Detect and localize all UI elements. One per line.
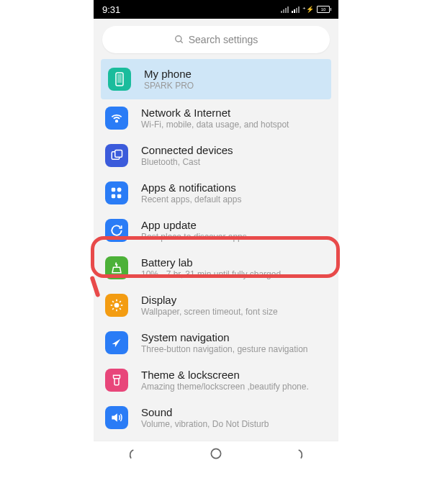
item-title: Apps & notifications bbox=[141, 181, 327, 194]
display-icon bbox=[105, 294, 128, 317]
phone-screen: 9:31 ⁺⚡ 10 Search settings My phone SPAR… bbox=[94, 0, 338, 465]
settings-item-navigation[interactable]: System navigation Three-button navigatio… bbox=[96, 324, 336, 361]
settings-item-network[interactable]: Network & Internet Wi-Fi, mobile, data u… bbox=[96, 99, 336, 137]
settings-item-update[interactable]: App update Best place to discover apps bbox=[96, 212, 336, 249]
battery-icon: 10 bbox=[317, 6, 330, 13]
item-title: App update bbox=[141, 219, 327, 231]
svg-rect-6 bbox=[115, 150, 122, 158]
status-time: 9:31 bbox=[102, 4, 120, 15]
update-icon bbox=[105, 219, 128, 242]
settings-item-connected[interactable]: Connected devices Bluetooth, Cast bbox=[96, 137, 336, 174]
item-subtitle: Amazing theme/lockscreen ,beautify phone… bbox=[141, 382, 327, 392]
phone-icon bbox=[108, 68, 131, 91]
status-bar: 9:31 ⁺⚡ 10 bbox=[94, 0, 338, 19]
svg-point-8 bbox=[117, 188, 122, 192]
item-subtitle: Bluetooth, Cast bbox=[141, 157, 327, 167]
search-input[interactable]: Search settings bbox=[102, 26, 330, 53]
item-title: Theme & lockscreen bbox=[141, 369, 327, 381]
item-subtitle: Best place to discover apps bbox=[141, 232, 327, 242]
svg-rect-10 bbox=[117, 194, 121, 198]
battery-icon bbox=[105, 256, 128, 279]
item-title: Battery lab bbox=[141, 256, 327, 269]
svg-point-4 bbox=[116, 120, 118, 122]
settings-item-my-phone[interactable]: My phone SPARK PRO bbox=[101, 59, 331, 99]
navigation-icon bbox=[105, 331, 128, 354]
settings-item-sound[interactable]: Sound Volume, vibration, Do Not Disturb bbox=[96, 399, 336, 436]
item-subtitle: SPARK PRO bbox=[144, 81, 324, 91]
signal-icon-2 bbox=[292, 6, 300, 13]
nav-home-button[interactable] bbox=[202, 445, 230, 462]
svg-line-19 bbox=[120, 301, 121, 302]
navigation-bar bbox=[94, 441, 338, 465]
settings-item-battery[interactable]: Battery lab 10% - 7 hr, 31 min until ful… bbox=[96, 249, 336, 287]
svg-line-18 bbox=[112, 308, 114, 310]
svg-rect-3 bbox=[117, 74, 122, 83]
theme-icon bbox=[105, 369, 128, 392]
signal-icon bbox=[281, 6, 289, 13]
item-subtitle: Wallpaper, screen timeout, font size bbox=[141, 307, 327, 317]
item-title: Sound bbox=[141, 406, 327, 418]
apps-icon bbox=[105, 181, 128, 204]
search-icon bbox=[174, 35, 184, 45]
item-subtitle: Volume, vibration, Do Not Disturb bbox=[141, 419, 327, 429]
item-subtitle: 10% - 7 hr, 31 min until fully charged bbox=[141, 269, 327, 279]
svg-rect-9 bbox=[112, 194, 115, 198]
settings-list: My phone SPARK PRO Network & Internet Wi… bbox=[94, 59, 338, 441]
nav-back-button[interactable] bbox=[283, 445, 312, 462]
svg-line-17 bbox=[120, 308, 121, 310]
item-subtitle: Wi-Fi, mobile, data usage, and hotspot bbox=[141, 120, 327, 130]
item-title: Connected devices bbox=[141, 144, 327, 156]
svg-point-0 bbox=[176, 36, 181, 42]
charge-icon: ⁺⚡ bbox=[302, 6, 314, 13]
item-title: System navigation bbox=[141, 331, 327, 343]
search-placeholder: Search settings bbox=[189, 34, 258, 45]
svg-line-16 bbox=[112, 301, 114, 302]
settings-item-theme[interactable]: Theme & lockscreen Amazing theme/lockscr… bbox=[96, 361, 336, 399]
sound-icon bbox=[105, 406, 128, 429]
item-title: Network & Internet bbox=[141, 107, 327, 119]
connected-icon bbox=[105, 144, 128, 167]
svg-rect-7 bbox=[112, 188, 115, 192]
wifi-icon bbox=[105, 107, 128, 130]
item-subtitle: Recent apps, default apps bbox=[141, 194, 327, 204]
item-title: Display bbox=[141, 294, 327, 306]
status-right: ⁺⚡ 10 bbox=[281, 6, 330, 13]
nav-recents-button[interactable] bbox=[120, 445, 149, 462]
item-subtitle: Three-button navigation, gesture navigat… bbox=[141, 344, 327, 354]
settings-item-display[interactable]: Display Wallpaper, screen timeout, font … bbox=[96, 287, 336, 324]
item-title: My phone bbox=[144, 68, 324, 80]
svg-line-1 bbox=[181, 41, 183, 43]
settings-item-apps[interactable]: Apps & notifications Recent apps, defaul… bbox=[96, 174, 336, 212]
svg-point-11 bbox=[114, 303, 120, 308]
svg-point-20 bbox=[211, 449, 220, 458]
